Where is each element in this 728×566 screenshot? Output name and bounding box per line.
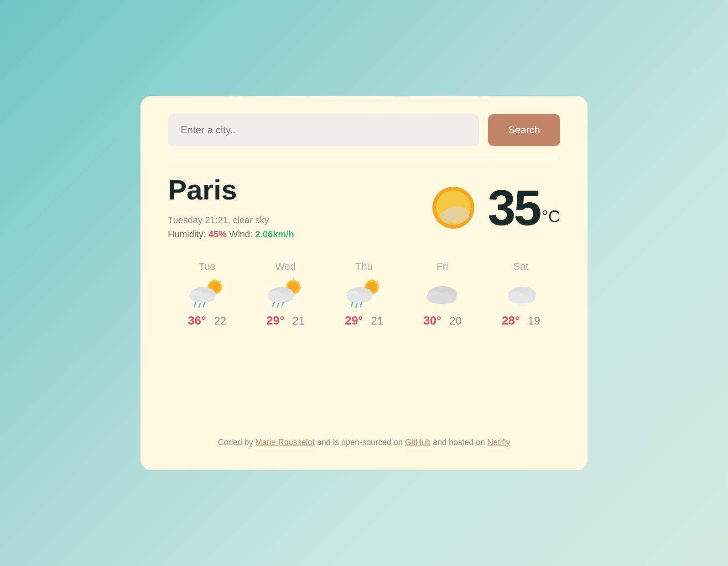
- current-weather: Paris Tuesday 21:21, clear sky Humidity:…: [168, 176, 560, 240]
- temp-low-fri: 20: [449, 314, 462, 327]
- temperature-area: 35°C: [428, 183, 560, 233]
- day-label-thu: Thu: [355, 261, 373, 273]
- forecast-day-thu: Thu 29° 21: [325, 261, 403, 328]
- footer-text-mid: and is open-sourced on: [315, 438, 405, 447]
- svg-point-12: [191, 293, 215, 303]
- svg-line-27: [282, 303, 283, 306]
- weather-description: Tuesday 21:21, clear sky: [168, 215, 294, 225]
- forecast-temps-fri: 30° 20: [423, 314, 462, 328]
- footer-text-end: and hosted on: [431, 438, 487, 447]
- day-label-tue: Tue: [198, 261, 215, 273]
- cloud-sun-rain-icon-wed: [265, 277, 306, 309]
- day-label-fri: Fri: [437, 261, 448, 273]
- day-label-sat: Sat: [513, 261, 528, 273]
- temp-low-thu: 21: [371, 314, 383, 327]
- svg-line-13: [194, 303, 196, 306]
- temp-low-sat: 19: [528, 314, 540, 327]
- svg-line-37: [351, 303, 353, 306]
- temp-low-wed: 21: [292, 314, 305, 327]
- forecast-temps-wed: 29° 21: [266, 314, 305, 328]
- github-link[interactable]: GitHub: [405, 438, 431, 447]
- wind-label: Wind:: [229, 229, 253, 239]
- cloud-only-icon-fri: [422, 277, 463, 309]
- sun-icon: [428, 183, 478, 233]
- svg-line-14: [199, 304, 200, 307]
- svg-point-36: [348, 293, 372, 303]
- weather-details: Humidity: 45% Wind: 2.06km/h: [168, 229, 294, 240]
- forecast-temps-sat: 28° 19: [502, 314, 540, 328]
- cloud-only-light-icon-sat: [500, 277, 541, 309]
- search-button[interactable]: Search: [488, 114, 560, 146]
- forecast-day-tue: Tue 36° 22: [168, 261, 246, 328]
- forecast-temps-tue: 36° 22: [188, 314, 226, 328]
- divider: [168, 159, 560, 159]
- svg-point-43: [429, 294, 456, 304]
- forecast-row: Tue 36° 22: [168, 261, 560, 328]
- svg-point-3: [439, 210, 458, 223]
- wind-value: 2.06km/h: [255, 229, 294, 239]
- netlify-link[interactable]: Netifly: [487, 438, 510, 447]
- weather-card: Search Paris Tuesday 21:21, clear sky Hu…: [140, 96, 588, 470]
- humidity-label: Humidity:: [168, 229, 206, 239]
- city-info: Paris Tuesday 21:21, clear sky Humidity:…: [168, 176, 294, 240]
- temp-high-tue: 36°: [188, 314, 206, 328]
- forecast-day-wed: Wed 29° 21: [246, 261, 325, 328]
- svg-line-26: [277, 304, 279, 307]
- temp-unit: °C: [542, 207, 560, 226]
- svg-line-38: [356, 304, 357, 307]
- svg-line-15: [203, 303, 205, 306]
- author-link[interactable]: Marie Rousselot: [255, 438, 315, 447]
- city-name: Paris: [168, 176, 294, 204]
- cloud-sun-rain-icon-thu: [343, 277, 385, 309]
- svg-point-24: [270, 293, 293, 303]
- main-temperature: 35°C: [488, 183, 560, 233]
- temp-low-tue: 22: [214, 314, 226, 327]
- svg-line-25: [273, 303, 274, 306]
- forecast-day-fri: Fri 30° 20: [403, 261, 482, 328]
- temp-high-sat: 28°: [502, 314, 520, 328]
- humidity-value: 45%: [208, 229, 227, 239]
- temp-high-fri: 30°: [423, 314, 441, 328]
- forecast-temps-thu: 29° 21: [345, 314, 383, 328]
- search-row: Search: [168, 114, 560, 146]
- cloud-sun-rain-icon-tue: [187, 277, 228, 309]
- svg-line-39: [360, 303, 362, 306]
- forecast-day-sat: Sat 28° 19: [482, 261, 560, 328]
- day-label-wed: Wed: [276, 261, 296, 273]
- temp-high-thu: 29°: [345, 314, 363, 328]
- footer: Coded by Marie Rousselot and is open-sou…: [168, 419, 560, 447]
- footer-text-before: Coded by: [218, 438, 255, 447]
- temp-high-wed: 29°: [266, 314, 284, 328]
- svg-point-47: [510, 294, 535, 304]
- search-input[interactable]: [168, 114, 479, 146]
